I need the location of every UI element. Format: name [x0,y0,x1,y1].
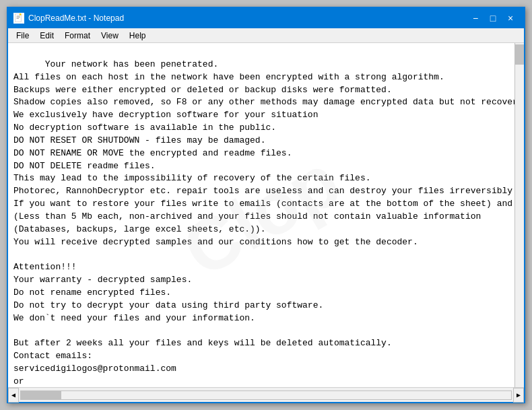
scrollbar-thumb-vertical[interactable] [515,44,524,65]
watermark-bg: Clop [163,127,359,302]
window-title: ClopReadMe.txt - Notepad [28,13,467,23]
menu-format[interactable]: Format [59,30,96,42]
minimize-button[interactable]: − [467,11,484,25]
menu-bar: File Edit Format View Help [8,28,524,43]
scroll-right-button[interactable]: ▶ [513,388,524,403]
close-button[interactable]: × [502,11,519,25]
title-bar: ClopReadMe.txt - Notepad − □ × [8,8,524,28]
status-bar: ◀ ▶ [8,387,524,402]
menu-help[interactable]: Help [124,30,152,42]
notepad-icon [13,13,24,24]
horizontal-scrollbar[interactable]: ◀ ▶ [8,388,524,402]
scrollbar-thumb-horizontal[interactable] [21,391,61,399]
svg-rect-3 [17,18,20,19]
editor-area: ClopYour network has been penetrated. Al… [8,43,524,387]
svg-rect-2 [17,17,20,18]
scrollbar-track-horizontal[interactable] [20,390,512,400]
scroll-left-button[interactable]: ◀ [8,388,19,403]
notepad-window: ClopReadMe.txt - Notepad − □ × File Edit… [7,7,525,403]
svg-rect-1 [17,16,20,17]
maximize-button[interactable]: □ [485,11,501,25]
window-controls: − □ × [467,11,519,25]
text-editor[interactable]: ClopYour network has been penetrated. Al… [8,43,514,387]
menu-file[interactable]: File [11,30,34,42]
svg-rect-4 [20,13,22,15]
menu-edit[interactable]: Edit [34,30,59,42]
menu-view[interactable]: View [96,30,124,42]
vertical-scrollbar[interactable] [514,43,524,387]
